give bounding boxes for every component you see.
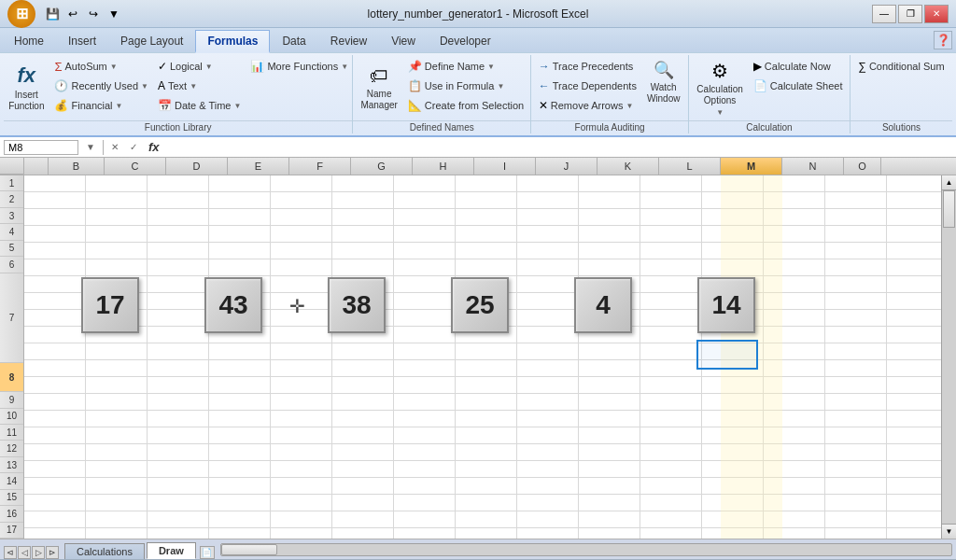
redo-qat-btn[interactable]: ↪ [84, 5, 103, 23]
define-name-button[interactable]: 📌 Define Name ▼ [404, 57, 527, 76]
row-4[interactable]: 4 [0, 224, 23, 240]
tab-review[interactable]: Review [318, 30, 379, 52]
trace-dependents-button[interactable]: ← Trace Dependents [535, 77, 640, 95]
horizontal-scrollbar[interactable] [220, 543, 952, 556]
tab-home[interactable]: Home [2, 30, 56, 52]
cursor-crosshair: ✛ [289, 295, 305, 317]
scroll-track[interactable] [942, 190, 956, 524]
row-1[interactable]: 1 [0, 175, 23, 191]
row-13[interactable]: 13 [0, 457, 23, 473]
lottery-cell-c7[interactable]: 17 [80, 276, 142, 336]
row-5[interactable]: 5 [0, 241, 23, 257]
name-box[interactable] [4, 140, 78, 155]
row-2[interactable]: 2 [0, 191, 23, 207]
col-header-o[interactable]: O [844, 158, 881, 175]
row-9[interactable]: 9 [0, 392, 23, 408]
selected-cell-m8[interactable] [696, 340, 758, 370]
sheet-tab-draw[interactable]: Draw [147, 542, 196, 559]
scroll-up-btn[interactable]: ▲ [942, 175, 956, 190]
trace-precedents-button[interactable]: → Trace Precedents [535, 57, 640, 76]
scroll-thumb[interactable] [943, 190, 955, 228]
restore-button[interactable]: ❐ [898, 5, 922, 23]
minimize-button[interactable]: — [872, 5, 896, 23]
row-17[interactable]: 17 [0, 523, 23, 539]
tab-nav-last[interactable]: ⊳ [46, 546, 59, 559]
logical-button[interactable]: ✓ Logical ▼ [154, 57, 245, 76]
calc-sheet-button[interactable]: 📄 Calculate Sheet [750, 77, 847, 95]
name-box-dropdown[interactable]: ▼ [82, 142, 99, 152]
col-header-e[interactable]: E [228, 158, 289, 175]
lottery-cell-i7[interactable]: 25 [450, 276, 512, 336]
col-header-b[interactable]: B [49, 158, 105, 175]
tab-view[interactable]: View [379, 30, 428, 52]
financial-button[interactable]: 💰 Financial ▼ [50, 96, 151, 115]
use-in-formula-button[interactable]: 📋 Use in Formula ▼ [404, 77, 527, 95]
row-7[interactable]: 7 [0, 273, 23, 364]
vertical-scrollbar[interactable]: ▲ ▼ [941, 175, 956, 539]
col-header-j[interactable]: J [536, 158, 598, 175]
tab-insert[interactable]: Insert [56, 30, 108, 52]
insert-function-button[interactable]: fx InsertFunction [4, 57, 49, 119]
row-10[interactable]: 10 [0, 409, 23, 425]
confirm-formula-btn[interactable]: ✓ [126, 142, 141, 152]
more-functions-button[interactable]: 📊 More Functions ▼ [246, 57, 352, 76]
office-button[interactable]: ⊞ [7, 0, 35, 28]
lottery-cell-g7[interactable]: 38 [327, 276, 388, 336]
row-11[interactable]: 11 [0, 425, 23, 441]
title-controls: — ❐ ✕ [872, 5, 949, 23]
undo-qat-btn[interactable]: ↩ [63, 5, 82, 23]
help-button[interactable]: ❓ [934, 31, 952, 49]
row-8[interactable]: 8 [0, 363, 23, 392]
recently-used-button[interactable]: 🕐 Recently Used ▼ [50, 77, 151, 95]
lottery-cell-k7[interactable]: 4 [573, 276, 635, 336]
new-sheet-button[interactable]: 📄 [200, 546, 215, 559]
remove-arrows-button[interactable]: ✕ Remove Arrows ▼ [535, 96, 640, 115]
fx-icon: fx [18, 63, 36, 88]
row-16[interactable]: 16 [0, 506, 23, 522]
lottery-cell-e7[interactable]: 43 [204, 276, 265, 336]
trace-group: → Trace Precedents ← Trace Dependents ✕ … [535, 57, 640, 115]
tab-page-layout[interactable]: Page Layout [108, 30, 195, 52]
text-button[interactable]: A Text ▼ [154, 77, 245, 95]
save-qat-btn[interactable]: 💾 [43, 5, 62, 23]
col-header-c[interactable]: C [105, 158, 166, 175]
col-header-i[interactable]: I [474, 158, 536, 175]
close-button[interactable]: ✕ [924, 5, 949, 23]
col-header-n[interactable]: N [782, 158, 844, 175]
col-header-h[interactable]: H [413, 158, 474, 175]
conditional-sum-button[interactable]: ∑ Conditional Sum [854, 57, 948, 76]
row-6[interactable]: 6 [0, 257, 23, 273]
col-header-k[interactable]: K [598, 158, 659, 175]
tab-nav-first[interactable]: ⊲ [4, 546, 17, 559]
autosum-button[interactable]: Σ AutoSum ▼ [50, 57, 151, 76]
calculation-options-button[interactable]: ⚙ CalculationOptions ▼ [692, 57, 747, 119]
tab-data[interactable]: Data [270, 30, 317, 52]
date-time-button[interactable]: 📅 Date & Time ▼ [154, 96, 245, 115]
col-header-l[interactable]: L [659, 158, 721, 175]
col-header-a[interactable] [24, 158, 49, 175]
cancel-formula-btn[interactable]: ✕ [107, 142, 122, 152]
create-from-selection-button[interactable]: 📐 Create from Selection [404, 96, 527, 115]
row-14[interactable]: 14 [0, 473, 23, 489]
lottery-cell-m7[interactable]: 14 [696, 276, 758, 336]
select-all-button[interactable] [0, 158, 24, 175]
tab-developer[interactable]: Developer [428, 30, 503, 52]
col-header-m[interactable]: M [721, 158, 782, 175]
sheet-tab-calculations[interactable]: Calculations [64, 543, 145, 559]
row-12[interactable]: 12 [0, 441, 23, 456]
calc-now-button[interactable]: ▶ Calculate Now [750, 57, 847, 76]
scroll-down-btn[interactable]: ▼ [942, 524, 956, 539]
tab-formulas[interactable]: Formulas [195, 30, 270, 53]
watch-window-button[interactable]: 🔍 WatchWindow [642, 57, 685, 105]
col-header-g[interactable]: G [351, 158, 413, 175]
row-15[interactable]: 15 [0, 490, 23, 506]
col-header-f[interactable]: F [289, 158, 351, 175]
qat-dropdown[interactable]: ▼ [105, 5, 123, 23]
col-header-d[interactable]: D [166, 158, 228, 175]
name-manager-button[interactable]: 🏷 NameManager [356, 57, 401, 119]
tab-nav-prev[interactable]: ◁ [18, 546, 31, 559]
horizontal-scroll-thumb[interactable] [221, 544, 277, 555]
formula-input[interactable] [166, 142, 952, 153]
row-3[interactable]: 3 [0, 208, 23, 224]
tab-nav-next[interactable]: ▷ [32, 546, 45, 559]
